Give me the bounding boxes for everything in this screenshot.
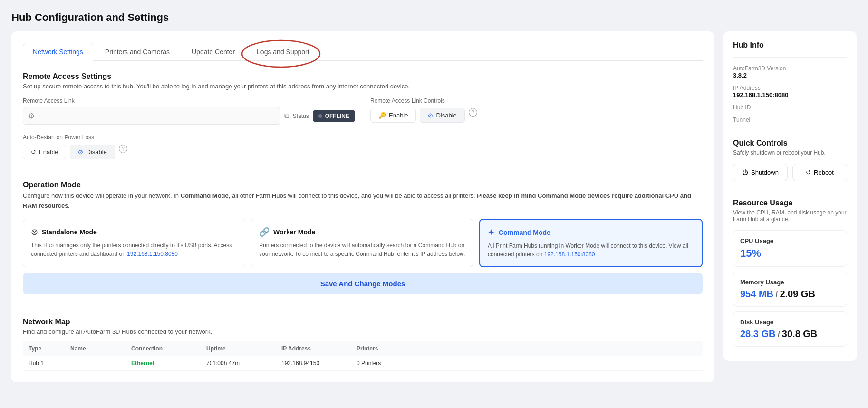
auto-restart-label: Auto-Restart on Power Loss bbox=[23, 134, 703, 141]
mode-card-header-standalone: ⊗ Standalone Mode bbox=[31, 227, 237, 237]
status-dot bbox=[318, 114, 322, 118]
operation-mode-title: Operation Mode bbox=[23, 181, 703, 189]
quick-controls-title: Quick Controls bbox=[733, 139, 847, 147]
mode-card-worker[interactable]: 🔗 Worker Mode Printers connected to the … bbox=[251, 219, 473, 267]
remote-access-right: Remote Access Link Controls 🔑 Enable ⊘ D… bbox=[370, 97, 703, 123]
status-badge: OFFLINE bbox=[313, 110, 355, 122]
quick-controls-btns: ⏻ Shutdown ↺ Reboot bbox=[733, 164, 847, 181]
tab-network-settings[interactable]: Network Settings bbox=[23, 43, 93, 61]
connection-status: Ethernet bbox=[131, 360, 203, 367]
sidebar-divider-2 bbox=[733, 191, 847, 191]
refresh-icon: ↺ bbox=[31, 148, 36, 155]
content-area: Network Settings Printers and Cameras Up… bbox=[11, 31, 714, 382]
tabs-bar: Network Settings Printers and Cameras Up… bbox=[23, 43, 703, 61]
remote-link-input-row: ⚙ ⧉ Status OFFLINE bbox=[23, 107, 355, 125]
cpu-usage-card: CPU Usage 15% bbox=[733, 230, 847, 267]
remote-access-title: Remote Access Settings bbox=[23, 72, 703, 81]
network-map-section: Network Map Find and configure all AutoF… bbox=[23, 318, 703, 371]
resource-usage-title: Resource Usage bbox=[733, 199, 847, 207]
network-map-desc: Find and configure all AutoFarm 3D Hubs … bbox=[23, 328, 703, 335]
mode-card-header-worker: 🔗 Worker Mode bbox=[259, 227, 465, 237]
reboot-icon: ↺ bbox=[806, 169, 811, 176]
shutdown-btn[interactable]: ⏻ Shutdown bbox=[733, 164, 788, 181]
auto-restart-toggle: ↺ Enable ⊘ Disable ? bbox=[23, 145, 703, 159]
disable-icon: ⊘ bbox=[428, 112, 433, 119]
memory-total: 2.09 GB bbox=[780, 289, 815, 299]
version-label: AutoFarm3D Version bbox=[733, 65, 847, 72]
main-layout: Network Settings Printers and Cameras Up… bbox=[11, 31, 857, 382]
hub-id-label: Hub ID bbox=[733, 104, 847, 111]
standalone-link[interactable]: 192.168.1.150:8080 bbox=[127, 251, 178, 257]
tunnel-row: Tunnel bbox=[733, 117, 847, 123]
save-change-modes-btn[interactable]: Save And Change Modes bbox=[23, 273, 703, 294]
mode-card-standalone[interactable]: ⊗ Standalone Mode This Hub manages only … bbox=[23, 219, 245, 267]
tab-update-center[interactable]: Update Center bbox=[182, 43, 245, 60]
remote-disable-btn[interactable]: ⊘ Disable bbox=[420, 108, 464, 123]
disk-value: 28.3 GB / 30.8 GB bbox=[740, 329, 840, 340]
hub-version-row: AutoFarm3D Version 3.8.2 bbox=[733, 65, 847, 79]
memory-label: Memory Usage bbox=[740, 279, 840, 286]
sidebar-divider-1 bbox=[733, 131, 847, 131]
command-desc: All Print Farm Hubs running in Worker Mo… bbox=[488, 242, 694, 259]
copy-icon[interactable]: ⧉ bbox=[284, 112, 289, 120]
memory-value: 954 MB / 2.09 GB bbox=[740, 289, 840, 300]
remote-controls-label: Remote Access Link Controls bbox=[370, 97, 703, 104]
disable-icon-2: ⊘ bbox=[78, 148, 83, 155]
worker-icon: 🔗 bbox=[259, 227, 270, 237]
standalone-icon: ⊗ bbox=[31, 227, 38, 237]
table-row: Hub 1 Ethernet 701:00h 47m 192.168.94150… bbox=[23, 356, 703, 371]
table-header: Type Name Connection Uptime IP Address P… bbox=[23, 341, 703, 356]
remote-access-grid: Remote Access Link ⚙ ⧉ Status OFFLINE bbox=[23, 97, 703, 125]
gear-icon: ⚙ bbox=[28, 111, 35, 120]
disk-used: 28.3 GB bbox=[740, 329, 775, 339]
command-icon: ✦ bbox=[488, 227, 495, 238]
power-icon: ⏻ bbox=[742, 169, 748, 176]
disk-separator: / bbox=[778, 330, 782, 339]
reboot-btn[interactable]: ↺ Reboot bbox=[792, 164, 847, 181]
sidebar: Hub Info AutoFarm3D Version 3.8.2 IP Add… bbox=[723, 31, 857, 361]
remote-controls-toggle: 🔑 Enable ⊘ Disable ? bbox=[370, 108, 703, 123]
remote-access-left: Remote Access Link ⚙ ⧉ Status OFFLINE bbox=[23, 97, 355, 125]
disk-label: Disk Usage bbox=[740, 319, 840, 326]
remote-link-label: Remote Access Link bbox=[23, 97, 355, 104]
disk-usage-card: Disk Usage 28.3 GB / 30.8 GB bbox=[733, 311, 847, 347]
remote-access-section: Remote Access Settings Set up secure rem… bbox=[23, 72, 703, 159]
standalone-title: Standalone Mode bbox=[42, 228, 97, 236]
remote-link-input[interactable]: ⚙ bbox=[23, 107, 280, 125]
divider-2 bbox=[23, 306, 703, 306]
tunnel-label: Tunnel bbox=[733, 117, 847, 123]
mode-card-command[interactable]: ✦ Command Mode All Print Farm Hubs runni… bbox=[479, 219, 703, 267]
help-icon[interactable]: ? bbox=[469, 108, 477, 117]
hub-id-row: Hub ID bbox=[733, 104, 847, 111]
status-label: Status bbox=[293, 113, 309, 119]
auto-restart-section: Auto-Restart on Power Loss ↺ Enable ⊘ Di… bbox=[23, 134, 703, 159]
operation-mode-section: Operation Mode Configure how this device… bbox=[23, 181, 703, 294]
key-icon: 🔑 bbox=[378, 112, 386, 119]
page-title: Hub Configuration and Settings bbox=[11, 11, 857, 24]
command-link[interactable]: 192.168.1.150:8080 bbox=[544, 251, 595, 258]
disk-total: 30.8 GB bbox=[782, 329, 817, 339]
auto-restart-enable-btn[interactable]: ↺ Enable bbox=[23, 145, 66, 159]
quick-controls-desc: Safely shutdown or reboot your Hub. bbox=[733, 149, 847, 156]
memory-usage-card: Memory Usage 954 MB / 2.09 GB bbox=[733, 272, 847, 307]
network-map-title: Network Map bbox=[23, 318, 703, 326]
ip-label: IP Address bbox=[733, 85, 847, 91]
remote-enable-btn[interactable]: 🔑 Enable bbox=[370, 108, 416, 123]
command-title: Command Mode bbox=[499, 229, 550, 236]
memory-used: 954 MB bbox=[740, 289, 773, 299]
status-row: Status OFFLINE bbox=[293, 110, 355, 122]
remote-access-desc: Set up secure remote access to this hub.… bbox=[23, 83, 703, 90]
sidebar-divider-0 bbox=[733, 57, 847, 58]
status-value: OFFLINE bbox=[325, 113, 349, 119]
ip-value: 192.168.1.150:8080 bbox=[733, 91, 847, 98]
hub-ip-row: IP Address 192.168.1.150:8080 bbox=[733, 85, 847, 98]
help-icon-2[interactable]: ? bbox=[119, 145, 127, 153]
tab-logs-support[interactable]: Logs and Support bbox=[247, 43, 319, 60]
mode-cards: ⊗ Standalone Mode This Hub manages only … bbox=[23, 219, 703, 267]
cpu-value: 15% bbox=[740, 247, 840, 260]
auto-restart-disable-btn[interactable]: ⊘ Disable bbox=[70, 145, 115, 159]
cpu-label: CPU Usage bbox=[740, 237, 840, 244]
version-value: 3.8.2 bbox=[733, 72, 847, 79]
mode-card-header-command: ✦ Command Mode bbox=[488, 227, 694, 238]
tab-printers-cameras[interactable]: Printers and Cameras bbox=[95, 43, 180, 60]
